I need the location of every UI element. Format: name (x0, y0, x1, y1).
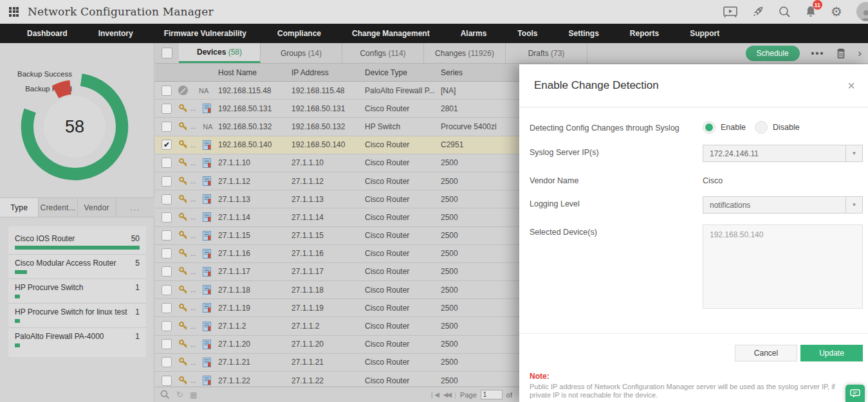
host-name-cell[interactable]: 27.1.1.17 (218, 267, 291, 276)
row-checkbox[interactable] (162, 339, 172, 349)
row-checkbox[interactable] (162, 303, 172, 313)
nav-item-support[interactable]: Support (674, 24, 735, 43)
config-file-icon[interactable] (203, 212, 211, 222)
select-all-checkbox[interactable] (162, 48, 172, 59)
device-type-item[interactable]: PaloAlto Firewall PA-40001 (8, 328, 146, 352)
row-checkbox[interactable] (162, 376, 172, 386)
col-ip-address[interactable]: IP Address (291, 68, 365, 77)
row-checkbox[interactable] (162, 321, 172, 331)
more-actions-button[interactable]: ••• (811, 48, 825, 59)
config-file-icon[interactable] (203, 267, 211, 277)
prev-page-icon[interactable]: ◀◀ (443, 391, 450, 398)
config-file-icon[interactable] (203, 285, 211, 295)
host-name-cell[interactable]: 27.1.1.13 (218, 195, 291, 204)
nav-item-compliance[interactable]: Compliance (262, 24, 337, 43)
nav-item-change-management[interactable]: Change Management (337, 24, 445, 43)
tab-configs[interactable]: Configs (114) (342, 43, 424, 63)
sidebar-tab-type[interactable]: Type (0, 198, 39, 217)
row-checkbox[interactable] (162, 266, 172, 277)
row-checkbox[interactable]: ✔ (162, 140, 172, 150)
config-file-icon[interactable] (203, 376, 211, 385)
row-checkbox[interactable] (162, 104, 172, 114)
config-file-icon[interactable] (203, 303, 211, 313)
credentials-keys-icon[interactable] (178, 104, 189, 114)
config-file-icon[interactable] (203, 194, 211, 204)
config-file-icon[interactable] (203, 358, 211, 367)
row-checkbox[interactable] (162, 86, 172, 96)
row-checkbox[interactable] (162, 212, 172, 223)
refresh-icon[interactable]: ↻ (176, 390, 183, 399)
tab-changes[interactable]: Changes (11926) (424, 43, 506, 63)
enable-radio[interactable]: Enable (703, 121, 746, 134)
host-name-cell[interactable]: 192.168.115.48 (218, 86, 291, 95)
host-name-cell[interactable]: 27.1.1.16 (218, 249, 291, 258)
bell-icon[interactable]: 11 (805, 5, 817, 18)
credentials-keys-icon[interactable] (178, 176, 189, 187)
credentials-keys-icon[interactable] (178, 339, 189, 349)
syslog-server-ip-select[interactable]: 172.24.146.11 ▼ (703, 145, 863, 162)
host-name-cell[interactable]: 192.168.50.132 (218, 122, 291, 131)
cancel-button[interactable]: Cancel (735, 345, 797, 361)
sidebar-tab-credent[interactable]: Credent... (39, 198, 77, 217)
nav-item-dashboard[interactable]: Dashboard (12, 24, 83, 43)
device-type-item[interactable]: HP Procurve Switch1 (8, 279, 146, 304)
rocket-icon[interactable] (752, 5, 764, 18)
host-name-cell[interactable]: 27.1.1.18 (218, 286, 291, 295)
row-checkbox[interactable] (162, 248, 172, 259)
host-name-cell[interactable]: 27.1.1.19 (218, 304, 291, 313)
config-file-icon[interactable] (203, 249, 211, 259)
credentials-keys-icon[interactable] (178, 194, 189, 205)
host-name-cell[interactable]: 27.1.1.14 (218, 213, 291, 222)
config-file-icon[interactable] (203, 140, 211, 150)
config-file-icon[interactable] (203, 322, 211, 331)
sidebar-tab-vendor[interactable]: Vendor (78, 198, 116, 217)
host-name-cell[interactable]: 27.1.1.2 (218, 322, 291, 331)
host-name-cell[interactable]: 27.1.1.15 (218, 231, 291, 240)
credentials-keys-icon[interactable] (178, 140, 189, 150)
host-name-cell[interactable]: 27.1.1.10 (218, 158, 291, 167)
avatar[interactable] (856, 2, 868, 21)
nav-item-firmware-vulnerability[interactable]: Firmware Vulnerability (149, 24, 262, 43)
apps-grid-icon[interactable] (9, 7, 19, 17)
nav-item-alarms[interactable]: Alarms (445, 24, 503, 43)
credentials-keys-icon[interactable] (178, 248, 189, 259)
table-search-icon[interactable] (160, 390, 170, 399)
credentials-keys-icon[interactable] (178, 321, 189, 331)
row-checkbox[interactable] (162, 285, 172, 295)
gear-icon[interactable]: ⚙ (831, 4, 842, 19)
row-checkbox[interactable] (162, 122, 172, 132)
selected-devices-box[interactable]: 192.168.50.140 (703, 224, 863, 309)
row-checkbox[interactable] (162, 194, 172, 205)
first-page-icon[interactable]: ❘◀ (429, 391, 439, 398)
credentials-keys-icon[interactable] (178, 212, 189, 223)
chevron-right-icon[interactable]: › (858, 47, 862, 60)
credentials-keys-icon[interactable] (178, 230, 189, 241)
nav-item-reports[interactable]: Reports (614, 24, 674, 43)
row-checkbox[interactable] (162, 176, 172, 187)
sidebar-tab-[interactable]: ... (116, 198, 154, 217)
chat-widget-button[interactable] (845, 385, 865, 402)
host-name-cell[interactable]: 27.1.1.22 (218, 376, 291, 385)
dropdown-arrow-icon[interactable]: ▼ (845, 197, 862, 213)
col-host-name[interactable]: Host Name (218, 68, 291, 77)
device-type-item[interactable]: Cisco Modular Access Router5 (8, 255, 146, 279)
presentation-icon[interactable] (723, 6, 737, 17)
tab-drafts[interactable]: Drafts (73) (506, 43, 587, 63)
device-type-item[interactable]: HP Procurve Switch for linux test1 (8, 304, 146, 328)
donut-chart[interactable]: 58 (15, 68, 134, 186)
device-type-item[interactable]: Cisco IOS Router50 (8, 230, 146, 255)
config-file-icon[interactable] (203, 176, 211, 186)
col-device-type[interactable]: Device Type (365, 68, 441, 77)
row-checkbox[interactable] (162, 230, 172, 241)
dropdown-arrow-icon[interactable]: ▼ (845, 145, 862, 161)
nav-item-inventory[interactable]: Inventory (83, 24, 149, 43)
tab-groups[interactable]: Groups (14) (261, 43, 342, 63)
credentials-keys-icon[interactable] (178, 158, 189, 168)
host-name-cell[interactable]: 27.1.1.21 (218, 358, 291, 367)
page-input[interactable] (481, 390, 503, 399)
logging-level-select[interactable]: notifications ▼ (703, 196, 863, 214)
host-name-cell[interactable]: 27.1.1.20 (218, 340, 291, 349)
disable-radio[interactable]: Disable (755, 121, 800, 134)
credentials-keys-icon[interactable] (178, 357, 189, 367)
search-icon[interactable] (779, 6, 791, 18)
